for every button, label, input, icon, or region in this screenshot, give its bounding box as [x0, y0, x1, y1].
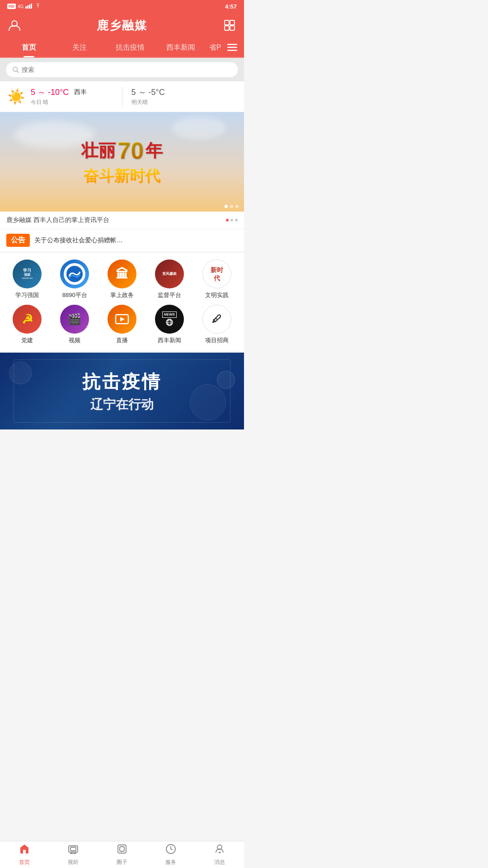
signal-icon — [25, 3, 33, 9]
zhaoshang-label: 项目招商 — [205, 336, 229, 344]
jiandu-icon: 党风廉政 — [155, 259, 184, 288]
shipin-icon: 🎬 — [60, 305, 89, 334]
4g-icon: 4G — [18, 4, 23, 9]
shipin-label: 视频 — [69, 336, 80, 344]
main-banner[interactable]: 壮丽 70 年 奋斗新时代 — [0, 112, 244, 212]
today-desc: 今日 晴 — [31, 99, 87, 106]
icon-wenming[interactable]: 新时 代 文明实践 — [193, 259, 240, 299]
ticker-dot-2 — [230, 219, 233, 222]
cloud2 — [172, 117, 226, 139]
svg-rect-0 — [25, 6, 27, 9]
today-city: 西丰 — [74, 88, 87, 96]
8890-icon — [60, 259, 89, 288]
sun-icon: ☀️ — [7, 88, 25, 105]
dangzian-label: 党建 — [21, 336, 33, 344]
svg-rect-8 — [230, 26, 235, 30]
dangzian-icon: ☭ — [13, 305, 42, 334]
xuexi-icon: 学习 强国 xuexi.cn — [13, 259, 42, 288]
ticker-text: 鹿乡融媒 西丰人自己的掌上资讯平台 — [6, 216, 109, 224]
icon-zhangshang[interactable]: 🏛 掌上政务 — [99, 259, 146, 299]
today-temp: 5 ～ -10°C — [31, 87, 69, 98]
profile-button[interactable] — [7, 18, 22, 33]
svg-rect-7 — [225, 26, 229, 30]
icon-zhaoshang[interactable]: 🖊 项目招商 — [193, 305, 240, 344]
xifengnews-icon: NEWS — [155, 305, 184, 334]
notice-badge: 公告 — [6, 234, 30, 247]
icon-xifengnews[interactable]: NEWS 西丰新闻 — [145, 305, 193, 344]
banner-text-zhuangli: 壮丽 — [81, 139, 116, 162]
icon-jiandu[interactable]: 党风廉政 监督平台 — [145, 259, 193, 299]
svg-rect-3 — [31, 4, 32, 9]
banner-text-nian: 年 — [145, 139, 163, 162]
banner-dot-1 — [225, 205, 228, 208]
zhibo-icon — [108, 305, 136, 334]
xifengnews-label: 西丰新闻 — [158, 336, 181, 344]
zhibo-label: 直播 — [116, 336, 128, 344]
status-left: HD 4G — [7, 3, 42, 9]
notice-bar[interactable]: 公告 关于公布接收社会爱心捐赠帐… — [0, 229, 244, 253]
svg-marker-16 — [120, 317, 125, 321]
search-input-wrap[interactable] — [5, 61, 239, 78]
tab-province[interactable]: 省P — [206, 38, 224, 57]
notice-text: 关于公布接收社会爱心捐赠帐… — [34, 236, 123, 245]
banner-line1: 壮丽 70 年 — [81, 137, 163, 164]
nav-more-button[interactable] — [224, 44, 240, 51]
ticker-dot-3 — [235, 219, 238, 222]
ticker-bar: 鹿乡融媒 西丰人自己的掌上资讯平台 — [0, 212, 244, 229]
icon-zhibo[interactable]: 直播 — [99, 305, 146, 344]
search-section — [0, 58, 244, 81]
app-header: 鹿乡融媒 — [0, 13, 244, 38]
ticker-dot-1 — [226, 219, 229, 222]
grid-menu-button[interactable] — [222, 18, 237, 33]
banner-indicators — [225, 205, 239, 208]
icon-xuexi[interactable]: 学习 强国 xuexi.cn 学习强国 — [4, 259, 51, 299]
search-icon — [12, 66, 19, 73]
svg-rect-6 — [230, 20, 235, 25]
banner-dot-2 — [230, 205, 233, 208]
svg-rect-5 — [225, 20, 229, 25]
tab-home[interactable]: 首页 — [4, 38, 54, 57]
tab-covid[interactable]: 抗击疫情 — [105, 38, 155, 57]
svg-rect-11 — [227, 50, 237, 51]
status-bar: HD 4G 4:57 — [0, 0, 244, 13]
svg-rect-9 — [227, 44, 237, 45]
zhangshang-label: 掌上政务 — [110, 291, 134, 299]
covid-text: 抗击疫情 辽宁在行动 — [82, 369, 162, 413]
ticker-dots — [226, 219, 238, 222]
hd-badge: HD — [7, 4, 16, 9]
svg-line-13 — [17, 71, 19, 73]
weather-section: ☀️ 5 ～ -10°C 西丰 今日 晴 5 ～ -5°C 明天晴 — [0, 81, 244, 112]
banner-content: 壮丽 70 年 奋斗新时代 — [81, 137, 163, 187]
icon-shipin[interactable]: 🎬 视频 — [51, 305, 99, 344]
weather-today: ☀️ 5 ～ -10°C 西丰 今日 晴 — [7, 87, 122, 106]
8890-label: 8890平台 — [62, 291, 87, 299]
app-title: 鹿乡融媒 — [97, 18, 147, 33]
jiandu-label: 监督平台 — [158, 291, 181, 299]
weather-tomorrow: 5 ～ -5°C 明天晴 — [122, 87, 237, 106]
svg-rect-2 — [29, 5, 30, 9]
covid-banner[interactable]: 抗击疫情 辽宁在行动 — [0, 353, 244, 429]
nav-tabs: 首页 关注 抗击疫情 西丰新闻 省P — [0, 38, 244, 58]
covid-subtitle: 辽宁在行动 — [82, 396, 162, 413]
svg-rect-1 — [27, 5, 28, 9]
zhaoshang-icon: 🖊 — [202, 305, 231, 334]
banner-line2: 奋斗新时代 — [81, 166, 163, 187]
tab-xifeng[interactable]: 西丰新闻 — [155, 38, 206, 57]
tomorrow-desc: 明天晴 — [131, 99, 237, 106]
tab-follow[interactable]: 关注 — [54, 38, 105, 57]
search-input[interactable] — [22, 66, 232, 73]
zhangshang-icon: 🏛 — [108, 259, 136, 288]
wifi-icon — [34, 3, 42, 9]
tomorrow-temp: 5 ～ -5°C — [131, 87, 237, 98]
covid-title: 抗击疫情 — [82, 369, 162, 394]
xuexi-label: 学习强国 — [15, 291, 39, 299]
wenming-icon: 新时 代 — [202, 259, 231, 288]
main-content: ☀️ 5 ～ -10°C 西丰 今日 晴 5 ～ -5°C 明天晴 壮丽 70 … — [0, 58, 244, 457]
banner-70: 70 — [117, 137, 144, 164]
status-time: 4:57 — [225, 3, 237, 10]
banner-dot-3 — [235, 205, 239, 208]
svg-point-12 — [13, 67, 18, 71]
icon-dangzian[interactable]: ☭ 党建 — [4, 305, 51, 344]
wenming-label: 文明实践 — [205, 291, 229, 299]
icon-8890[interactable]: 8890平台 — [51, 259, 99, 299]
